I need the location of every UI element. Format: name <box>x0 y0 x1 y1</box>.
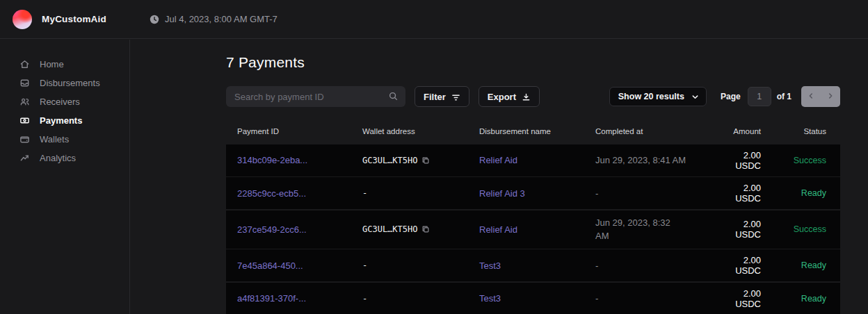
payment-id-link[interactable]: 314bc09e-2eba... <box>237 155 307 165</box>
sidebar-item-label: Analytics <box>40 153 76 163</box>
filter-button-label: Filter <box>424 92 446 102</box>
wallet-address: - <box>362 261 367 270</box>
payment-id-link[interactable]: 237ce549-2cc6... <box>237 224 307 235</box>
amount: 2.00 USDC <box>705 144 772 176</box>
payments-icon <box>19 115 30 126</box>
download-icon <box>522 92 531 101</box>
toolbar: Filter Export Show 20 results Page of 1 <box>226 86 840 107</box>
table-row: 7e45a864-450... - Test3 - 2.00 USDC Read… <box>226 249 840 281</box>
disbursement-link[interactable]: Relief Aid <box>479 224 517 235</box>
topbar-datetime: Jul 4, 2023, 8:00 AM GMT-7 <box>150 14 278 24</box>
datetime-text: Jul 4, 2023, 8:00 AM GMT-7 <box>165 14 278 24</box>
table-row: 2285c9cc-ecb5... - Relief Aid 3 - 2.00 U… <box>226 177 840 209</box>
completed-at: - <box>595 293 598 304</box>
wallet-address: - <box>362 294 367 304</box>
column-header-disbursement-name: Disbursement name <box>468 127 584 135</box>
column-header-amount: Amount <box>705 127 772 135</box>
app-logo <box>13 10 32 29</box>
chevron-down-icon <box>691 93 699 101</box>
page-title: 7 Payments <box>226 54 840 71</box>
topbar: MyCustomAid Jul 4, 2023, 8:00 AM GMT-7 <box>0 0 868 39</box>
sidebar-item-label: Payments <box>40 115 82 126</box>
sidebar: Home Disbursements Receivers Payments Wa… <box>0 40 130 314</box>
column-header-payment-id: Payment ID <box>226 127 351 135</box>
sidebar-item-receivers[interactable]: Receivers <box>0 92 129 110</box>
receivers-icon <box>19 96 30 107</box>
sidebar-item-label: Home <box>40 59 64 69</box>
search-box <box>226 86 405 107</box>
sidebar-item-label: Disbursements <box>40 78 100 88</box>
column-header-wallet-address: Wallet address <box>351 127 468 135</box>
sidebar-item-wallets[interactable]: Wallets <box>0 130 129 148</box>
table-row: 237ce549-2cc6... GC3UL…KT5HO Relief Aid … <box>226 210 840 249</box>
table-body: 314bc09e-2eba... GC3UL…KT5HO Relief Aid … <box>226 144 840 314</box>
completed-at: Jun 29, 2023, 8:32 AM <box>595 216 677 243</box>
filter-icon <box>451 92 460 101</box>
status-badge: Ready <box>772 183 840 204</box>
page-of-label: of 1 <box>777 92 791 101</box>
analytics-icon <box>19 152 30 163</box>
amount: 2.00 USDC <box>705 249 772 281</box>
completed-at: - <box>595 188 598 199</box>
sidebar-item-home[interactable]: Home <box>0 55 129 73</box>
payment-id-link[interactable]: 2285c9cc-ecb5... <box>237 188 306 199</box>
status-badge: Ready <box>772 255 840 276</box>
payment-id-link[interactable]: 7e45a864-450... <box>237 261 303 271</box>
search-input[interactable] <box>226 86 405 107</box>
brand-name: MyCustomAid <box>42 14 106 24</box>
disbursement-link[interactable]: Test3 <box>479 261 501 271</box>
status-badge: Ready <box>772 288 840 309</box>
completed-at: - <box>595 261 598 271</box>
prev-page-button[interactable] <box>803 90 819 104</box>
disbursements-icon <box>19 77 30 88</box>
clock-icon <box>150 15 159 24</box>
amount: 2.00 USDC <box>705 177 772 209</box>
disbursement-link[interactable]: Test3 <box>479 293 501 304</box>
page-label: Page <box>721 92 741 101</box>
search-icon <box>388 91 399 104</box>
table-header: Payment ID Wallet address Disbursement n… <box>226 119 840 143</box>
wallet-address: GC3UL…KT5HO <box>362 156 417 165</box>
table-row: a4f81391-370f-... - Test3 - 2.00 USDC Re… <box>226 283 840 314</box>
results-per-page-select[interactable]: Show 20 results <box>609 87 707 106</box>
wallet-address: - <box>362 188 367 198</box>
disbursement-link[interactable]: Relief Aid 3 <box>479 188 525 199</box>
export-button[interactable]: Export <box>479 86 540 107</box>
results-select-value: Show 20 results <box>618 92 684 101</box>
sidebar-item-disbursements[interactable]: Disbursements <box>0 74 129 92</box>
column-header-completed-at: Completed at <box>584 127 705 135</box>
filter-button[interactable]: Filter <box>415 86 469 107</box>
export-button-label: Export <box>488 92 516 102</box>
sidebar-item-payments[interactable]: Payments <box>0 111 129 129</box>
sidebar-item-label: Wallets <box>40 134 69 144</box>
wallets-icon <box>19 133 30 144</box>
sidebar-item-analytics[interactable]: Analytics <box>0 149 129 167</box>
wallet-address: GC3UL…KT5HO <box>362 224 417 234</box>
next-page-button[interactable] <box>823 90 838 104</box>
amount: 2.00 USDC <box>705 213 772 245</box>
home-icon <box>19 58 30 69</box>
pagination-controls <box>801 86 840 107</box>
payments-table: Payment ID Wallet address Disbursement n… <box>226 119 840 314</box>
table-row: 314bc09e-2eba... GC3UL…KT5HO Relief Aid … <box>226 144 840 176</box>
copy-icon[interactable] <box>421 225 430 233</box>
completed-at: Jun 29, 2023, 8:41 AM <box>595 155 686 165</box>
disbursement-link[interactable]: Relief Aid <box>479 155 517 165</box>
amount: 2.00 USDC <box>705 283 772 314</box>
column-header-status: Status <box>772 127 840 135</box>
sidebar-item-label: Receivers <box>40 97 80 107</box>
status-badge: Success <box>772 150 840 171</box>
copy-icon[interactable] <box>421 156 430 165</box>
payment-id-link[interactable]: a4f81391-370f-... <box>237 293 306 304</box>
status-badge: Success <box>772 219 840 240</box>
main-content: 7 Payments Filter Export Show 20 results <box>131 40 868 314</box>
page-number-input[interactable] <box>748 87 771 106</box>
